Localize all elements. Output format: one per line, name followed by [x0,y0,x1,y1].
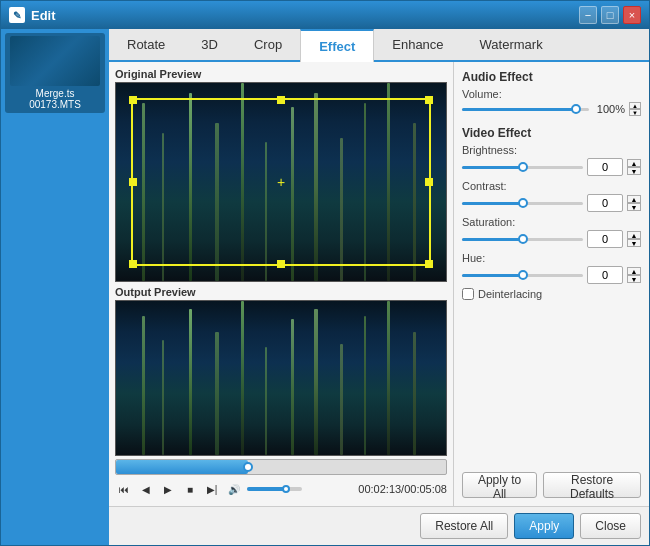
tab-rotate[interactable]: Rotate [109,29,183,60]
close-dialog-button[interactable]: Close [580,513,641,539]
skip-start-button[interactable]: ⏮ [115,480,133,498]
file-item-merge[interactable]: Merge.ts 00173.MTS [5,33,105,113]
saturation-thumb[interactable] [518,234,528,244]
contrast-input[interactable] [587,194,623,212]
volume-track [462,108,589,111]
hue-label: Hue: [462,252,641,264]
contrast-fill [462,202,523,205]
hue-down-button[interactable]: ▼ [627,275,641,283]
volume-effect-slider[interactable] [462,102,589,116]
minimize-button[interactable]: − [579,6,597,24]
brightness-input[interactable] [587,158,623,176]
contrast-slider[interactable] [462,196,583,210]
output-preview-section: Output Preview [115,286,447,500]
window-controls: − □ × [579,6,641,24]
volume-slider[interactable] [247,487,302,491]
tab-bar: Rotate 3D Crop Effect Enhance Watermark [109,29,649,62]
tab-watermark[interactable]: Watermark [462,29,561,60]
volume-area: 🔊 [225,480,302,498]
hue-input[interactable] [587,266,623,284]
tab-crop[interactable]: Crop [236,29,300,60]
contrast-thumb[interactable] [518,198,528,208]
brightness-label: Brightness: [462,144,641,156]
maximize-button[interactable]: □ [601,6,619,24]
contrast-up-button[interactable]: ▲ [627,195,641,203]
brightness-up-button[interactable]: ▲ [627,159,641,167]
playback-seekbar[interactable] [115,459,447,475]
playback-progress [116,460,248,474]
volume-thumb[interactable] [282,485,290,493]
saturation-up-button[interactable]: ▲ [627,231,641,239]
playback-controls: ⏮ ◀ ▶ ■ ▶| 🔊 [115,478,447,500]
contrast-down-button[interactable]: ▼ [627,203,641,211]
output-video-content [116,301,446,455]
saturation-down-button[interactable]: ▼ [627,239,641,247]
tab-enhance[interactable]: Enhance [374,29,461,60]
deinterlacing-checkbox[interactable] [462,288,474,300]
volume-down-button[interactable]: ▼ [629,109,641,116]
panels-area: Original Preview [109,62,649,506]
brightness-slider[interactable] [462,160,583,174]
original-video-content: + [116,83,446,281]
output-video-frame [115,300,447,456]
tab-effect[interactable]: Effect [300,29,374,62]
deinterlacing-row: Deinterlacing [462,288,641,300]
volume-slider-thumb[interactable] [571,104,581,114]
prev-frame-button[interactable]: ◀ [137,480,155,498]
window-title: Edit [31,8,579,23]
edit-window: ✎ Edit − □ × Merge.ts 00173.MTS Rotate 3… [0,0,650,546]
play-button[interactable]: ▶ [159,480,177,498]
volume-up-button[interactable]: ▲ [629,102,641,109]
video-effect-section: Video Effect Brightness: [462,126,641,300]
stop-button[interactable]: ■ [181,480,199,498]
brightness-track [462,166,583,169]
hue-track [462,274,583,277]
bottom-buttons: Restore All Apply Close [109,506,649,545]
scene-background [116,83,446,281]
tab-3d[interactable]: 3D [183,29,236,60]
window-icon: ✎ [9,7,25,23]
file-name-sub: 00173.MTS [29,99,81,110]
restore-all-button[interactable]: Restore All [420,513,508,539]
hue-fill [462,274,523,277]
volume-icon[interactable]: 🔊 [225,480,243,498]
brightness-row: Brightness: ▲ [462,144,641,176]
time-display: 00:02:13/00:05:08 [358,483,447,495]
title-bar: ✎ Edit − □ × [1,1,649,29]
contrast-row: Contrast: ▲ [462,180,641,212]
contrast-track [462,202,583,205]
volume-fill [247,487,286,491]
saturation-label: Saturation: [462,216,641,228]
volume-fill-bar [462,108,576,111]
video-panels: Original Preview [109,62,453,506]
saturation-fill [462,238,523,241]
brightness-thumb[interactable] [518,162,528,172]
volume-row: Volume: 100% ▲ [462,88,641,116]
hue-thumb[interactable] [518,270,528,280]
main-area: Rotate 3D Crop Effect Enhance Watermark … [109,29,649,545]
contrast-spinner: ▲ ▼ [627,195,641,211]
saturation-spinner: ▲ ▼ [627,231,641,247]
file-name-merge: Merge.ts [36,88,75,99]
hue-up-button[interactable]: ▲ [627,267,641,275]
file-thumbnail [10,36,100,86]
saturation-input[interactable] [587,230,623,248]
apply-button[interactable]: Apply [514,513,574,539]
hue-spinner: ▲ ▼ [627,267,641,283]
next-frame-button[interactable]: ▶| [203,480,221,498]
saturation-slider[interactable] [462,232,583,246]
content-area: Merge.ts 00173.MTS Rotate 3D Crop Effect… [1,29,649,545]
apply-to-all-button[interactable]: Apply to All [462,472,537,498]
effects-panel: Audio Effect Volume: 100% [453,62,649,506]
hue-slider[interactable] [462,268,583,282]
playback-thumb[interactable] [243,462,253,472]
close-button[interactable]: × [623,6,641,24]
deinterlacing-label: Deinterlacing [478,288,542,300]
restore-defaults-button[interactable]: Restore Defaults [543,472,641,498]
main-buttons-row: Restore All Apply Close [117,513,641,539]
brightness-down-button[interactable]: ▼ [627,167,641,175]
video-effect-title: Video Effect [462,126,641,140]
original-preview-section: Original Preview [115,68,447,282]
contrast-label: Contrast: [462,180,641,192]
volume-value: 100% [593,103,625,115]
